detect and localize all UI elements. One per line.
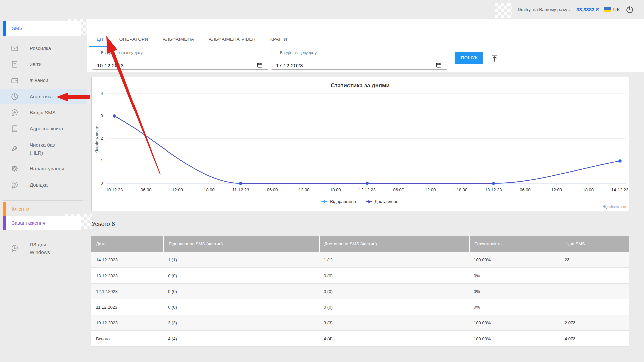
sidebar-item-label: Розсилка	[30, 44, 51, 52]
sidebar-item-label: Адресна книга	[30, 125, 63, 132]
language-selector[interactable]: UK	[604, 7, 620, 12]
sidebar-item-book[interactable]: Адресна книга	[0, 121, 87, 136]
tab-дні[interactable]: ДНІ	[89, 31, 112, 47]
legend-item-sent[interactable]: Відправлено	[321, 199, 356, 204]
help-icon	[11, 181, 19, 189]
table-cell: 13.12.2023	[91, 268, 163, 283]
sidebar-item-wrench[interactable]: Чистка баз(HLR)	[0, 139, 87, 159]
end-date-field[interactable]: Введіть кінцеву дату 17.12.2023	[271, 51, 447, 70]
table-header-cell: Ціна SMS	[560, 236, 629, 252]
start-date-field[interactable]: Введіть початкову дату 10.12.2023	[92, 51, 268, 70]
table-cell: 3 (3)	[319, 315, 469, 330]
tab-оператори[interactable]: ОПЕРАТОРИ	[112, 31, 156, 47]
table-cell: 0%	[469, 268, 560, 283]
statistics-line-chart: Статистика за днями01234Кількість частин…	[92, 77, 629, 211]
tab-альфаімена[interactable]: АЛЬФАІМЕНА	[156, 31, 202, 47]
search-button[interactable]: ПОШУК	[455, 52, 483, 64]
sidebar-item-inbox[interactable]: Вхідні SMS	[0, 105, 87, 120]
sidebar-item-label: Аналітика	[30, 93, 53, 100]
sidebar-section-clients[interactable]: Клієнти	[3, 202, 81, 216]
wrench-icon	[11, 145, 19, 153]
table-cell: 0 (0)	[319, 299, 469, 315]
svg-text:18:00: 18:00	[204, 187, 215, 192]
svg-text:11.12.23: 11.12.23	[232, 187, 249, 192]
calendar-icon[interactable]	[436, 62, 442, 68]
start-date-value[interactable]: 10.12.2023	[97, 63, 124, 68]
download-icon	[11, 244, 19, 252]
table-cell: 2₴	[560, 252, 629, 267]
table-cell: 0%	[469, 284, 560, 299]
tab-bar: ДНІОПЕРАТОРИАЛЬФАІМЕНААЛЬФАІМЕНА VIBERКР…	[89, 31, 294, 47]
sidebar-item-download[interactable]: ПЗ дляWindows	[0, 239, 87, 258]
table-cell: 0 (0)	[163, 299, 319, 315]
table-cell: 12.12.2023	[91, 284, 163, 299]
legend-item-delivered[interactable]: Доставлено	[366, 199, 399, 204]
svg-text:12:00: 12:00	[425, 187, 436, 192]
table-cell	[560, 284, 629, 299]
downloads-section-label: Завантаження	[12, 220, 45, 226]
table-cell: 100.00%	[469, 315, 560, 330]
sidebar-section-downloads[interactable]: Завантаження	[3, 216, 81, 230]
table-cell: 100.00%	[469, 252, 560, 267]
sidebar-item-help[interactable]: Довідка	[0, 177, 87, 193]
table-header-row: ДатаВідправлено SMS (частин)Доставлено S…	[91, 236, 629, 252]
report-icon	[11, 60, 19, 68]
sidebar-divider	[3, 200, 83, 201]
table-header-cell: Ефективність	[469, 236, 560, 252]
table-cell: 0 (0)	[163, 284, 319, 299]
calendar-icon[interactable]	[257, 62, 263, 68]
table-cell: 3 (3)	[163, 315, 319, 330]
sms-section-label: SMS	[12, 25, 23, 31]
sidebar-item-label: Чистка баз(HLR)	[30, 141, 55, 157]
end-date-label: Введіть кінцеву дату	[278, 51, 318, 55]
table-cell: 0 (0)	[319, 284, 469, 299]
envelope-icon	[11, 44, 19, 52]
table-cell: 0%	[469, 299, 560, 315]
sidebar-item-gear[interactable]: Налаштування	[0, 161, 87, 176]
table-cell: 4.07₴	[560, 331, 629, 346]
svg-text:06:00: 06:00	[393, 187, 404, 192]
sidebar-item-pie[interactable]: Аналітика	[0, 89, 87, 104]
svg-text:06:00: 06:00	[267, 187, 278, 192]
totals-label: Усього 6	[92, 221, 115, 228]
table-cell: 2.07₴	[560, 315, 629, 330]
svg-text:4: 4	[101, 91, 103, 96]
svg-text:Статистика за днями: Статистика за днями	[331, 82, 390, 89]
table-cell: 4 (4)	[163, 331, 319, 346]
sidebar: SMS Розсилка Звіти Фінанси Аналітика Вхі…	[0, 0, 87, 362]
ukraine-flag-icon	[604, 7, 611, 12]
tab-альфаімена-viber[interactable]: АЛЬФАІМЕНА VIBER	[201, 31, 263, 47]
svg-text:10.12.23: 10.12.23	[106, 187, 123, 192]
table-header-cell: Відправлено SMS (частин)	[163, 236, 319, 252]
tab-країни[interactable]: КРАЇНИ	[263, 31, 295, 47]
sidebar-item-label: Вхідні SMS	[30, 109, 56, 116]
top-header: Dmitry, на Вашому раху… 33,3883 ₴ UK	[0, 0, 644, 19]
table-cell: 10.12.2023	[91, 315, 163, 330]
sidebar-item-label: ПЗ дляWindows	[30, 241, 50, 256]
sidebar-item-envelope[interactable]: Розсилка	[0, 41, 87, 56]
svg-text:18:00: 18:00	[583, 187, 594, 192]
sidebar-section-sms[interactable]: SMS	[3, 21, 81, 36]
svg-text:06:00: 06:00	[520, 187, 531, 192]
sidebar-item-wallet[interactable]: Фінанси	[0, 73, 87, 88]
table-row: 11.12.20230 (0)0 (0)0%	[91, 299, 629, 315]
table-cell: 100.00%	[469, 331, 560, 346]
table-cell: 0 (0)	[319, 268, 469, 283]
end-date-value[interactable]: 17.12.2023	[276, 63, 303, 68]
start-date-label: Введіть початкову дату	[99, 51, 144, 55]
sidebar-item-report[interactable]: Звіти	[0, 57, 87, 72]
table-cell: 14.12.2023	[91, 252, 163, 267]
table-cell: Всього	[91, 331, 163, 346]
table-cell: 4 (4)	[319, 331, 469, 346]
svg-text:1: 1	[101, 158, 103, 163]
svg-text:18:00: 18:00	[457, 187, 468, 192]
gear-icon	[11, 165, 19, 173]
export-upload-icon[interactable]	[490, 54, 499, 62]
table-cell: 1 (1)	[163, 252, 319, 267]
svg-text:Доставлено: Доставлено	[375, 199, 399, 204]
wallet-icon	[11, 76, 19, 84]
table-row: 14.12.20231 (1)1 (1)100.00%2₴	[91, 252, 629, 268]
logout-button[interactable]	[625, 5, 635, 15]
svg-text:12:00: 12:00	[299, 187, 310, 192]
balance-link[interactable]: 33,3883 ₴	[576, 7, 599, 12]
